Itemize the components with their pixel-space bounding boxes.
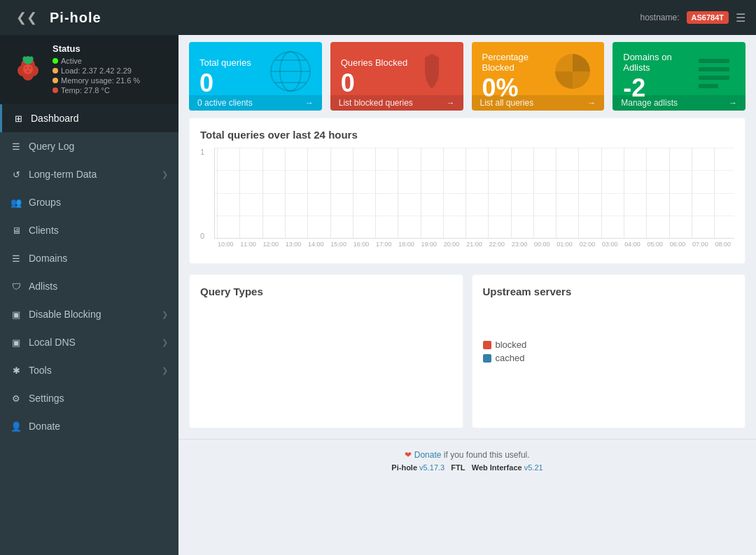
domains-icon: ☰ [10, 253, 22, 264]
footer-donate-suffix: if you found this useful. [444, 450, 530, 460]
chart-x-label-9: 19:00 [418, 241, 440, 248]
stat-card-domains-adlists: Domains on Adlists -2 Manage adlists → [612, 42, 746, 111]
sidebar-label-querylog: Query Log [29, 141, 74, 152]
chevron-tools-icon: ❯ [162, 366, 168, 375]
panels-row: Query Types Upstream servers blocked cac… [189, 274, 746, 428]
chart-container: 1 0 10:0011:0012:0013:0014:0015:0016:001… [200, 148, 734, 253]
localdns-icon: ▣ [10, 337, 22, 348]
sidebar-item-adlists[interactable]: 🛡 Adlists [0, 272, 178, 300]
domains-adlists-footer[interactable]: Manage adlists → [612, 95, 746, 111]
sidebar-label-settings: Settings [29, 393, 64, 404]
sidebar-item-disable-blocking[interactable]: ▣ Disable Blocking ❯ [0, 300, 178, 328]
sidebar-item-querylog[interactable]: ☰ Query Log [0, 132, 178, 160]
temp-line: Temp: 27.8 °C [52, 86, 168, 94]
chart-title: Total queries over last 24 hours [200, 129, 734, 141]
chart-x-label-8: 18:00 [395, 241, 417, 248]
footer-pihole-version[interactable]: v5.17.3 [419, 463, 444, 472]
chart-col-1 [237, 148, 260, 238]
sidebar: Status Active Load: 2.37 2.42 2.29 Memor… [0, 35, 178, 555]
chart-col-13 [508, 148, 531, 238]
sidebar-item-clients[interactable]: 🖥 Clients [0, 216, 178, 244]
svg-point-5 [23, 64, 33, 74]
user-status-title: Status [52, 43, 168, 54]
querylog-icon: ☰ [10, 141, 22, 152]
chart-x-label-3: 13:00 [282, 241, 304, 248]
navbar-menu-icon[interactable]: ☰ [736, 11, 746, 24]
sidebar-toggle[interactable]: ❮❮ [10, 6, 43, 29]
sidebar-label-domains: Domains [29, 253, 67, 264]
total-queries-icon [270, 50, 312, 102]
chart-x-label-15: 01:00 [553, 241, 575, 248]
user-info: Status Active Load: 2.37 2.42 2.29 Memor… [52, 43, 168, 96]
sidebar-item-settings[interactable]: ⚙ Settings [0, 384, 178, 412]
tools-icon: ✱ [10, 365, 22, 376]
groups-icon: 👥 [10, 197, 22, 208]
clients-icon: 🖥 [10, 225, 22, 236]
stats-row: Total queries 0 0 active clients → [178, 35, 756, 118]
svg-point-10 [29, 66, 31, 69]
upstream-servers-title: Upstream servers [483, 286, 735, 297]
chart-x-label-4: 14:00 [304, 241, 327, 248]
chart-col-12 [486, 148, 508, 238]
chart-x-label-22: 08:00 [712, 241, 734, 248]
chevron-localdns-icon: ❯ [162, 338, 168, 347]
load-line: Load: 2.37 2.42 2.29 [52, 66, 168, 75]
total-queries-footer[interactable]: 0 active clients → [189, 95, 322, 111]
total-queries-value: 0 [200, 71, 251, 96]
dashboard-icon: ⊞ [13, 113, 24, 124]
sidebar-item-donate[interactable]: 👤 Donate [0, 412, 178, 440]
content-wrapper: Total queries 0 0 active clients → [178, 35, 756, 555]
sidebar-label-donate: Donate [29, 421, 60, 432]
status-active-line: Active [52, 57, 168, 65]
sidebar-label-dashboard: Dashboard [31, 113, 79, 124]
sidebar-item-dashboard[interactable]: ⊞ Dashboard [0, 104, 178, 132]
chart-col-11 [463, 148, 486, 238]
chart-col-9 [418, 148, 440, 238]
footer-heart: ❤ [405, 450, 412, 460]
sidebar-label-tools: Tools [29, 365, 52, 376]
chart-col-21 [690, 148, 712, 238]
chart-y-top: 1 [200, 148, 204, 156]
active-dot [52, 58, 58, 64]
chart-col-8 [396, 148, 418, 238]
hostname-label: hostname: [640, 13, 679, 22]
footer-versions: Pi-hole v5.17.3 FTL Web Interface v5.21 [189, 463, 746, 472]
chart-x-label-17: 03:00 [598, 241, 621, 248]
sidebar-item-domains[interactable]: ☰ Domains [0, 244, 178, 272]
sidebar-item-tools[interactable]: ✱ Tools ❯ [0, 356, 178, 384]
chart-x-label-14: 00:00 [531, 241, 553, 248]
percentage-blocked-footer[interactable]: List all queries → [472, 95, 605, 111]
footer-donate-link[interactable]: Donate [414, 450, 442, 460]
navbar-left: ❮❮ Pi-hole [10, 6, 102, 29]
chart-x-label-10: 20:00 [440, 241, 463, 248]
sidebar-label-groups: Groups [29, 197, 61, 208]
svg-point-8 [26, 56, 30, 63]
sidebar-item-localdns[interactable]: ▣ Local DNS ❯ [0, 328, 178, 356]
footer-pihole-label: Pi-hole [391, 463, 417, 472]
footer-web-version[interactable]: v5.21 [524, 463, 543, 472]
queries-blocked-icon [411, 50, 453, 102]
queries-blocked-value: 0 [341, 71, 407, 96]
donate-icon: 👤 [10, 421, 22, 432]
chart-x-label-19: 05:00 [644, 241, 666, 248]
chevron-longterm-icon: ❯ [162, 170, 168, 179]
chart-col-16 [576, 148, 598, 238]
chart-col-0 [215, 148, 237, 238]
query-types-panel: Query Types [189, 274, 463, 428]
upstream-legend: blocked cached [483, 339, 735, 363]
chart-y-bottom: 0 [200, 232, 204, 240]
app-brand: Pi-hole [50, 10, 102, 26]
chart-x-label-13: 23:00 [508, 241, 531, 248]
sidebar-label-longterm: Long-term Data [29, 169, 97, 180]
sidebar-label-clients: Clients [29, 225, 59, 236]
sidebar-item-groups[interactable]: 👥 Groups [0, 188, 178, 216]
stat-card-queries-blocked: Queries Blocked 0 List blocked queries → [330, 42, 463, 111]
chart-x-label-12: 22:00 [486, 241, 508, 248]
legend-blocked: blocked [483, 339, 735, 350]
chart-col-20 [666, 148, 689, 238]
chart-x-label-16: 02:00 [576, 241, 598, 248]
chevron-disable-icon: ❯ [162, 310, 168, 319]
navbar-right: hostname: AS6784T ☰ [640, 11, 746, 24]
queries-blocked-footer[interactable]: List blocked queries → [330, 95, 463, 111]
sidebar-item-longterm[interactable]: ↺ Long-term Data ❯ [0, 160, 178, 188]
